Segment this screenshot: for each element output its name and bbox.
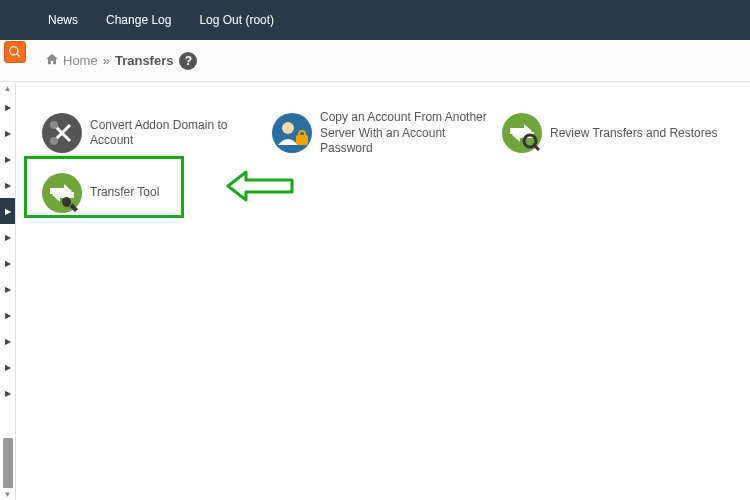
help-icon[interactable]: ? xyxy=(179,52,197,70)
svg-point-1 xyxy=(50,121,58,129)
sidebar-item[interactable]: ▶ xyxy=(0,224,15,250)
tool-label: Transfer Tool xyxy=(90,185,159,201)
breadcrumb-bar: Home » Transfers ? xyxy=(0,40,750,82)
content-pane: Convert Addon Domain to Account Copy an … xyxy=(16,82,750,500)
sidebar-item[interactable]: ▶ xyxy=(0,120,15,146)
svg-point-3 xyxy=(272,113,312,153)
tool-copy-account[interactable]: Copy an Account From Another Server With… xyxy=(266,102,496,165)
breadcrumb-home[interactable]: Home xyxy=(63,53,98,68)
sidebar-item[interactable]: ▶ xyxy=(0,302,15,328)
top-nav: News Change Log Log Out (root) xyxy=(0,0,750,40)
search-icon xyxy=(8,45,22,59)
breadcrumb: Home » Transfers ? xyxy=(45,52,197,70)
sidebar-scrollbar-thumb[interactable] xyxy=(3,438,13,488)
sidebar-item[interactable]: ▶ xyxy=(0,146,15,172)
sidebar-item[interactable]: ▶ xyxy=(0,250,15,276)
tool-label: Convert Addon Domain to Account xyxy=(90,118,260,149)
sidebar-scroll-down[interactable]: ▼ xyxy=(0,488,15,500)
sidebar: ▲ ▶ ▶ ▶ ▶ ▶ ▶ ▶ ▶ ▶ ▶ ▶ ▶ ▼ xyxy=(0,82,16,500)
tool-label: Copy an Account From Another Server With… xyxy=(320,110,490,157)
sidebar-item[interactable]: ▶ xyxy=(0,328,15,354)
breadcrumb-sep: » xyxy=(103,53,110,68)
sidebar-item[interactable]: ▶ xyxy=(0,354,15,380)
sidebar-item-active[interactable]: ▶ xyxy=(0,198,15,224)
nav-news[interactable]: News xyxy=(48,13,78,27)
arrows-wrench-icon xyxy=(42,173,82,213)
sidebar-scroll-up[interactable]: ▲ xyxy=(0,82,15,94)
arrow-annotation xyxy=(226,170,296,205)
tool-convert-addon[interactable]: Convert Addon Domain to Account xyxy=(36,102,266,165)
nav-logout[interactable]: Log Out (root) xyxy=(199,13,274,27)
home-icon xyxy=(45,52,59,69)
scissors-icon xyxy=(42,113,82,153)
arrows-magnify-icon xyxy=(502,113,542,153)
nav-changelog[interactable]: Change Log xyxy=(106,13,171,27)
sidebar-item[interactable]: ▶ xyxy=(0,380,15,406)
sidebar-item[interactable]: ▶ xyxy=(0,276,15,302)
sidebar-item[interactable]: ▶ xyxy=(0,94,15,120)
sidebar-item[interactable]: ▶ xyxy=(0,172,15,198)
user-lock-icon xyxy=(272,113,312,153)
sidebar-items: ▶ ▶ ▶ ▶ ▶ ▶ ▶ ▶ ▶ ▶ ▶ ▶ xyxy=(0,94,15,438)
breadcrumb-current: Transfers xyxy=(115,53,174,68)
tool-label: Review Transfers and Restores xyxy=(550,126,717,142)
tool-grid: Convert Addon Domain to Account Copy an … xyxy=(36,102,730,221)
svg-point-2 xyxy=(50,137,58,145)
svg-point-4 xyxy=(282,122,294,134)
search-button[interactable] xyxy=(4,41,26,63)
tool-review-transfers[interactable]: Review Transfers and Restores xyxy=(496,102,726,165)
